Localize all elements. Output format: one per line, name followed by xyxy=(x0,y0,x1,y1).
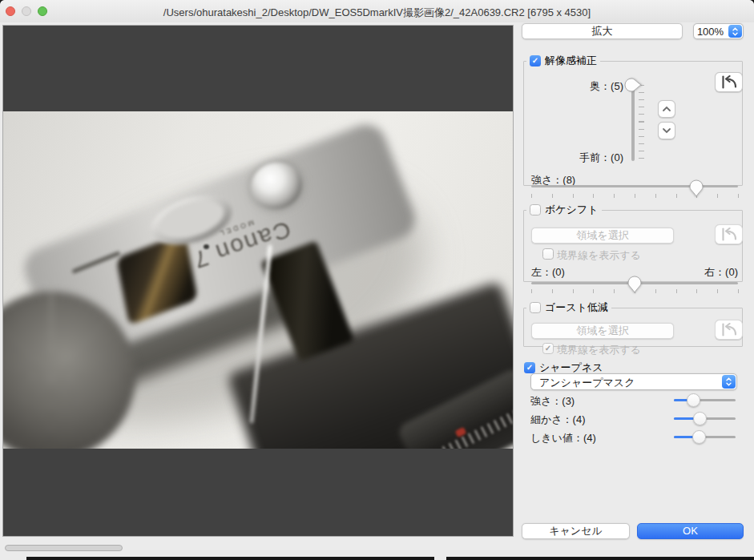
zoom-level-value: 100% xyxy=(694,26,727,38)
ghost-reduction-legend: ゴースト低減 xyxy=(526,300,611,315)
bokeh-shift-legend: ボケシフト xyxy=(526,203,602,217)
zoom-window-button[interactable] xyxy=(38,6,47,16)
resolution-correction-label: 解像感補正 xyxy=(545,54,597,68)
resolution-correction-group: ✓ 解像感補正 奥：(5) 手前：(0) 強さ：(8) xyxy=(523,54,743,186)
adjustment-panel: 拡大 100% ✓ 解像感補正 奥：(5) xyxy=(519,22,754,560)
back-depth-label: 奥：(5) xyxy=(524,79,623,94)
resolution-reset-button[interactable] xyxy=(715,72,743,92)
bokeh-shift-checkbox[interactable] xyxy=(530,204,541,216)
bokeh-reset-button[interactable] xyxy=(715,224,743,244)
bokeh-right-label: 右：(0) xyxy=(668,265,738,280)
bokeh-show-border-checkbox[interactable] xyxy=(542,248,554,260)
bokeh-shift-group: ボケシフト 領域を選択 境界線を表示する 左：(0) 右：(0) xyxy=(523,203,743,282)
depth-up-button[interactable] xyxy=(658,100,675,118)
window-title: /Users/ohuratakeshi_2/Desktop/DW_EOS5Dma… xyxy=(64,6,690,20)
enlarge-button[interactable]: 拡大 xyxy=(522,23,683,39)
ghost-reduction-label: ゴースト低減 xyxy=(545,300,608,315)
ghost-select-area-button[interactable]: 領域を選択 xyxy=(531,323,674,339)
sharpness-method-value: アンシャープマスク xyxy=(539,376,720,390)
stepper-icon xyxy=(722,375,736,389)
sharpness-threshold-label: しきい値：(4) xyxy=(530,431,596,445)
sharpness-method-select[interactable]: アンシャープマスク xyxy=(530,373,737,390)
close-button[interactable] xyxy=(6,6,15,16)
ok-button[interactable]: OK xyxy=(637,523,744,539)
stepper-icon xyxy=(728,25,742,38)
ghost-show-border-label: 境界線を表示する xyxy=(557,343,641,357)
sharpness-strength-label: 強さ：(3) xyxy=(530,394,575,409)
image-viewer: Canon 7 MODEL xyxy=(0,22,519,560)
depth-down-button[interactable] xyxy=(658,122,675,139)
detail-adjustment-window: /Users/ohuratakeshi_2/Desktop/DW_EOS5Dma… xyxy=(0,0,754,560)
bokeh-slider-thumb[interactable] xyxy=(627,275,643,294)
horizontal-scrollbar-thumb[interactable] xyxy=(5,545,123,551)
background-edge xyxy=(26,557,434,560)
ghost-reduction-group: ゴースト低減 領域を選択 ✓ 境界線を表示する xyxy=(523,300,743,347)
resolution-correction-legend: ✓ 解像感補正 xyxy=(526,54,600,68)
depth-slider-thumb[interactable] xyxy=(623,77,643,93)
background-edge xyxy=(446,557,754,560)
bokeh-select-area-button[interactable]: 領域を選択 xyxy=(531,228,674,244)
sharpness-fineness-label: 細かさ：(4) xyxy=(530,413,586,427)
ghost-reset-button[interactable] xyxy=(715,320,743,340)
resolution-strength-slider-ticks xyxy=(531,194,739,198)
resolution-strength-slider-thumb[interactable] xyxy=(688,179,704,198)
resolution-correction-checkbox[interactable]: ✓ xyxy=(530,55,541,66)
ghost-show-border-checkbox[interactable]: ✓ xyxy=(542,343,554,354)
sharpness-threshold-thumb[interactable] xyxy=(692,430,706,444)
bokeh-show-border-label: 境界線を表示する xyxy=(557,248,641,263)
image-canvas[interactable]: Canon 7 MODEL xyxy=(2,25,514,537)
depth-slider-ticks xyxy=(639,85,644,159)
title-bar: /Users/ohuratakeshi_2/Desktop/DW_EOS5Dma… xyxy=(0,0,754,23)
bokeh-left-label: 左：(0) xyxy=(531,265,565,280)
front-depth-label: 手前：(0) xyxy=(524,151,623,165)
cancel-button[interactable]: キャンセル xyxy=(522,523,630,539)
sharpness-strength-thumb[interactable] xyxy=(687,393,700,407)
sharpness-checkbox[interactable]: ✓ xyxy=(524,362,535,373)
depth-slider-track[interactable] xyxy=(631,84,635,161)
resolution-strength-slider-track[interactable] xyxy=(531,185,738,187)
bokeh-shift-label: ボケシフト xyxy=(545,203,599,217)
sharpness-fineness-thumb[interactable] xyxy=(693,412,707,425)
minimize-button[interactable] xyxy=(22,6,31,16)
ghost-reduction-checkbox[interactable] xyxy=(530,302,541,313)
zoom-level-select[interactable]: 100% xyxy=(693,23,744,39)
photo-preview: Canon 7 MODEL xyxy=(3,111,513,449)
